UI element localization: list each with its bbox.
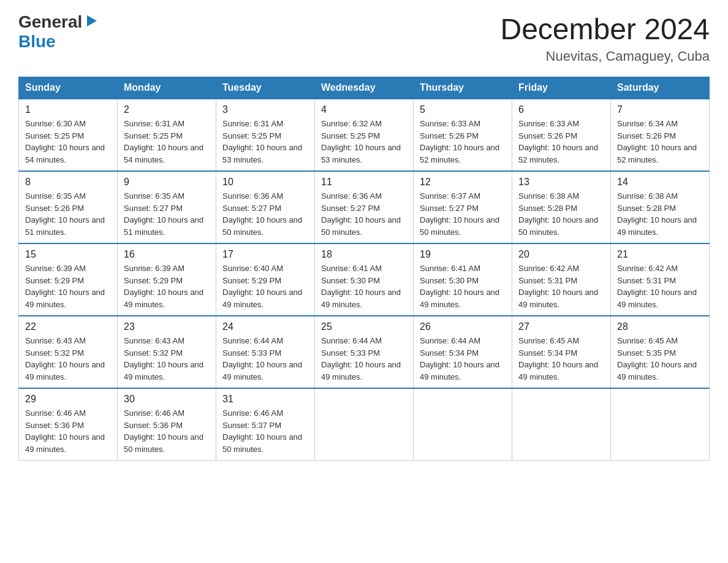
day-info: Sunrise: 6:43 AMSunset: 5:32 PMDaylight:… xyxy=(25,335,111,383)
weekday-header-thursday: Thursday xyxy=(414,77,512,99)
day-info: Sunrise: 6:42 AMSunset: 5:31 PMDaylight:… xyxy=(518,262,604,310)
calendar-cell: 15Sunrise: 6:39 AMSunset: 5:29 PMDayligh… xyxy=(19,243,118,316)
day-info: Sunrise: 6:46 AMSunset: 5:37 PMDaylight:… xyxy=(222,407,308,455)
day-number: 8 xyxy=(25,177,111,188)
weekday-header-wednesday: Wednesday xyxy=(315,77,414,99)
logo-blue-text: Blue xyxy=(18,32,56,52)
calendar-cell: 23Sunrise: 6:43 AMSunset: 5:32 PMDayligh… xyxy=(118,316,216,388)
day-info: Sunrise: 6:35 AMSunset: 5:27 PMDaylight:… xyxy=(124,190,210,238)
day-number: 4 xyxy=(321,104,407,115)
day-info: Sunrise: 6:44 AMSunset: 5:34 PMDaylight:… xyxy=(420,335,506,383)
calendar-cell: 12Sunrise: 6:37 AMSunset: 5:27 PMDayligh… xyxy=(414,171,512,243)
day-number: 22 xyxy=(25,321,111,332)
calendar-cell: 7Sunrise: 6:34 AMSunset: 5:26 PMDaylight… xyxy=(611,99,710,171)
calendar-cell: 17Sunrise: 6:40 AMSunset: 5:29 PMDayligh… xyxy=(216,243,315,316)
calendar-cell xyxy=(315,388,414,461)
day-number: 15 xyxy=(25,249,111,260)
calendar-cell xyxy=(512,388,611,461)
day-number: 27 xyxy=(518,321,604,332)
day-info: Sunrise: 6:34 AMSunset: 5:26 PMDaylight:… xyxy=(617,118,703,166)
day-number: 20 xyxy=(518,249,604,260)
calendar-week-row: 1Sunrise: 6:30 AMSunset: 5:25 PMDaylight… xyxy=(19,99,710,171)
day-number: 11 xyxy=(321,177,407,188)
calendar-cell: 18Sunrise: 6:41 AMSunset: 5:30 PMDayligh… xyxy=(315,243,414,316)
calendar-cell: 5Sunrise: 6:33 AMSunset: 5:26 PMDaylight… xyxy=(414,99,512,171)
title-block: December 2024 Nuevitas, Camaguey, Cuba xyxy=(500,12,710,64)
calendar-cell xyxy=(611,388,710,461)
day-info: Sunrise: 6:45 AMSunset: 5:34 PMDaylight:… xyxy=(518,335,604,383)
weekday-header-monday: Monday xyxy=(118,77,216,99)
calendar-cell: 25Sunrise: 6:44 AMSunset: 5:33 PMDayligh… xyxy=(315,316,414,388)
weekday-header-saturday: Saturday xyxy=(611,77,710,99)
day-info: Sunrise: 6:38 AMSunset: 5:28 PMDaylight:… xyxy=(518,190,604,238)
logo: General Blue xyxy=(18,12,98,52)
location-title: Nuevitas, Camaguey, Cuba xyxy=(500,48,710,64)
day-number: 17 xyxy=(222,249,308,260)
calendar-week-row: 22Sunrise: 6:43 AMSunset: 5:32 PMDayligh… xyxy=(19,316,710,388)
day-number: 23 xyxy=(124,321,210,332)
calendar-cell: 9Sunrise: 6:35 AMSunset: 5:27 PMDaylight… xyxy=(118,171,216,243)
calendar-cell: 21Sunrise: 6:42 AMSunset: 5:31 PMDayligh… xyxy=(611,243,710,316)
day-info: Sunrise: 6:38 AMSunset: 5:28 PMDaylight:… xyxy=(617,190,703,238)
day-number: 13 xyxy=(518,177,604,188)
calendar-cell: 24Sunrise: 6:44 AMSunset: 5:33 PMDayligh… xyxy=(216,316,315,388)
day-number: 19 xyxy=(420,249,506,260)
weekday-header-tuesday: Tuesday xyxy=(216,77,315,99)
day-number: 5 xyxy=(420,104,506,115)
calendar-cell: 8Sunrise: 6:35 AMSunset: 5:26 PMDaylight… xyxy=(19,171,118,243)
calendar-cell: 29Sunrise: 6:46 AMSunset: 5:36 PMDayligh… xyxy=(19,388,118,461)
day-info: Sunrise: 6:39 AMSunset: 5:29 PMDaylight:… xyxy=(124,262,210,310)
calendar-cell: 11Sunrise: 6:36 AMSunset: 5:27 PMDayligh… xyxy=(315,171,414,243)
day-number: 18 xyxy=(321,249,407,260)
day-info: Sunrise: 6:39 AMSunset: 5:29 PMDaylight:… xyxy=(25,262,111,310)
day-info: Sunrise: 6:41 AMSunset: 5:30 PMDaylight:… xyxy=(420,262,506,310)
day-number: 12 xyxy=(420,177,506,188)
calendar-cell: 6Sunrise: 6:33 AMSunset: 5:26 PMDaylight… xyxy=(512,99,611,171)
page-header: General Blue December 2024 Nuevitas, Cam… xyxy=(18,12,710,64)
day-number: 21 xyxy=(617,249,703,260)
calendar-table: SundayMondayTuesdayWednesdayThursdayFrid… xyxy=(18,77,710,461)
calendar-week-row: 29Sunrise: 6:46 AMSunset: 5:36 PMDayligh… xyxy=(19,388,710,461)
day-info: Sunrise: 6:35 AMSunset: 5:26 PMDaylight:… xyxy=(25,190,111,238)
day-number: 2 xyxy=(124,104,210,115)
calendar-cell: 30Sunrise: 6:46 AMSunset: 5:36 PMDayligh… xyxy=(118,388,216,461)
calendar-cell: 1Sunrise: 6:30 AMSunset: 5:25 PMDaylight… xyxy=(19,99,118,171)
day-info: Sunrise: 6:45 AMSunset: 5:35 PMDaylight:… xyxy=(617,335,703,383)
day-info: Sunrise: 6:31 AMSunset: 5:25 PMDaylight:… xyxy=(124,118,210,166)
day-number: 24 xyxy=(222,321,308,332)
day-info: Sunrise: 6:43 AMSunset: 5:32 PMDaylight:… xyxy=(124,335,210,383)
day-number: 9 xyxy=(124,177,210,188)
day-number: 16 xyxy=(124,249,210,260)
calendar-cell: 28Sunrise: 6:45 AMSunset: 5:35 PMDayligh… xyxy=(611,316,710,388)
month-title: December 2024 xyxy=(500,12,710,46)
day-info: Sunrise: 6:32 AMSunset: 5:25 PMDaylight:… xyxy=(321,118,407,166)
logo-general-text: General xyxy=(18,12,82,32)
calendar-cell: 19Sunrise: 6:41 AMSunset: 5:30 PMDayligh… xyxy=(414,243,512,316)
calendar-header-row: SundayMondayTuesdayWednesdayThursdayFrid… xyxy=(19,77,710,99)
calendar-cell: 10Sunrise: 6:36 AMSunset: 5:27 PMDayligh… xyxy=(216,171,315,243)
day-info: Sunrise: 6:46 AMSunset: 5:36 PMDaylight:… xyxy=(25,407,111,455)
day-info: Sunrise: 6:31 AMSunset: 5:25 PMDaylight:… xyxy=(222,118,308,166)
svg-marker-0 xyxy=(87,15,97,26)
logo-arrow-icon xyxy=(85,14,98,28)
day-number: 25 xyxy=(321,321,407,332)
calendar-week-row: 8Sunrise: 6:35 AMSunset: 5:26 PMDaylight… xyxy=(19,171,710,243)
day-info: Sunrise: 6:37 AMSunset: 5:27 PMDaylight:… xyxy=(420,190,506,238)
day-number: 14 xyxy=(617,177,703,188)
day-number: 29 xyxy=(25,394,111,405)
calendar-cell: 3Sunrise: 6:31 AMSunset: 5:25 PMDaylight… xyxy=(216,99,315,171)
day-info: Sunrise: 6:42 AMSunset: 5:31 PMDaylight:… xyxy=(617,262,703,310)
weekday-header-sunday: Sunday xyxy=(19,77,118,99)
day-number: 28 xyxy=(617,321,703,332)
day-info: Sunrise: 6:40 AMSunset: 5:29 PMDaylight:… xyxy=(222,262,308,310)
day-info: Sunrise: 6:36 AMSunset: 5:27 PMDaylight:… xyxy=(321,190,407,238)
day-number: 6 xyxy=(518,104,604,115)
weekday-header-friday: Friday xyxy=(512,77,611,99)
day-info: Sunrise: 6:36 AMSunset: 5:27 PMDaylight:… xyxy=(222,190,308,238)
calendar-cell xyxy=(414,388,512,461)
calendar-cell: 16Sunrise: 6:39 AMSunset: 5:29 PMDayligh… xyxy=(118,243,216,316)
day-number: 7 xyxy=(617,104,703,115)
calendar-cell: 4Sunrise: 6:32 AMSunset: 5:25 PMDaylight… xyxy=(315,99,414,171)
day-number: 30 xyxy=(124,394,210,405)
day-number: 31 xyxy=(222,394,308,405)
